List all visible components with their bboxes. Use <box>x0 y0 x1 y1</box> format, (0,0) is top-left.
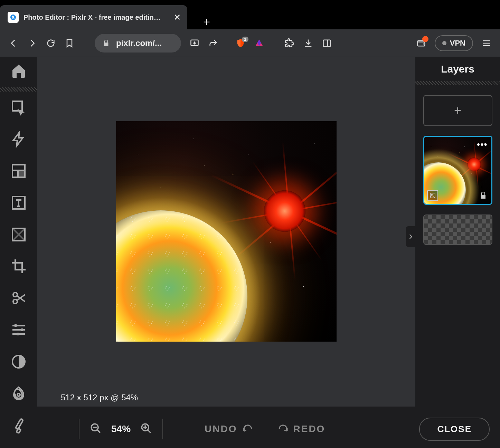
separator <box>227 37 227 49</box>
layer-lock-icon[interactable] <box>479 191 489 201</box>
nav-forward-button[interactable] <box>27 38 37 48</box>
redo-button[interactable]: REDO <box>271 423 332 435</box>
ai-tools-button[interactable] <box>8 128 30 150</box>
undo-label: UNDO <box>205 423 237 435</box>
canvas-area[interactable]: 512 x 512 px @ 54% <box>37 57 415 407</box>
svg-rect-4 <box>12 101 22 111</box>
toolbar-divider <box>0 87 37 92</box>
undo-button[interactable]: UNDO <box>198 423 260 435</box>
browser-tab-active[interactable]: X Photo Editor : Pixlr X - free image ed… <box>0 5 187 29</box>
add-layer-button[interactable]: + <box>423 95 492 126</box>
address-bar[interactable]: pixlr.com/... <box>95 34 181 53</box>
separator <box>79 419 79 439</box>
canvas-image[interactable] <box>116 121 337 342</box>
zoom-in-button[interactable] <box>140 422 152 436</box>
panel-collapse-button[interactable] <box>406 226 415 247</box>
canvas-info-text: 512 x 512 px @ 54% <box>61 393 138 402</box>
bookmark-icon[interactable] <box>64 38 75 48</box>
tab-close-icon[interactable]: ✕ <box>173 12 181 23</box>
browser-tab-strip: X Photo Editor : Pixlr X - free image ed… <box>0 0 500 29</box>
sidebar-icon[interactable] <box>322 38 332 48</box>
liquify-tool[interactable] <box>8 382 30 404</box>
right-panel: Layers + ••• <box>415 57 500 448</box>
new-tab-button[interactable]: ＋ <box>201 14 212 29</box>
left-toolbar <box>0 57 37 448</box>
crop-tool[interactable] <box>8 255 30 277</box>
cutout-tool[interactable] <box>8 287 30 309</box>
downloads-icon[interactable] <box>303 38 313 48</box>
nav-back-button[interactable] <box>8 38 19 48</box>
shield-count-badge: 1 <box>242 37 248 42</box>
install-app-icon[interactable] <box>189 38 200 48</box>
brave-rewards-icon[interactable] <box>254 38 264 48</box>
svg-rect-11 <box>15 324 17 327</box>
layout-tool[interactable] <box>8 160 30 182</box>
separator <box>162 419 163 439</box>
svg-rect-16 <box>15 419 23 430</box>
add-text-tool[interactable] <box>8 192 30 214</box>
layer-type-image-icon <box>427 190 438 201</box>
adjust-tool[interactable] <box>8 319 30 341</box>
browser-toolbar: pixlr.com/... 1 VPN <box>0 29 500 57</box>
brave-shield-icon[interactable]: 1 <box>235 38 246 48</box>
window-controls <box>425 10 500 19</box>
layers-panel-title: Layers <box>441 63 474 75</box>
nav-reload-button[interactable] <box>46 38 56 48</box>
zoom-value[interactable]: 54% <box>111 423 131 435</box>
home-button[interactable] <box>8 60 30 82</box>
retouch-tool[interactable] <box>8 414 30 436</box>
arrange-tool[interactable] <box>8 96 30 118</box>
filter-tool[interactable] <box>8 351 30 373</box>
svg-rect-13 <box>17 333 19 335</box>
svg-point-19 <box>431 194 432 195</box>
redo-label: REDO <box>293 423 326 435</box>
url-text: pixlr.com/... <box>116 38 162 48</box>
redo-icon <box>277 423 289 435</box>
close-button[interactable]: CLOSE <box>419 418 490 441</box>
undo-icon <box>242 423 253 435</box>
share-icon[interactable] <box>208 38 218 48</box>
svg-rect-6 <box>19 171 24 177</box>
tab-title: Photo Editor : Pixlr X - free image edit… <box>23 13 162 21</box>
svg-point-15 <box>17 393 20 396</box>
browser-menu-icon[interactable] <box>481 38 492 48</box>
extensions-icon[interactable] <box>284 38 295 48</box>
svg-rect-12 <box>21 328 23 331</box>
pixlr-app: 512 x 512 px @ 54% Layers + ••• <box>0 57 500 448</box>
layer-item-selected[interactable]: ••• <box>423 136 492 205</box>
tab-favicon: X <box>8 12 19 23</box>
svg-rect-2 <box>323 40 331 46</box>
bottom-bar: 54% UNDO REDO CLOSE <box>37 410 500 448</box>
zoom-controls: 54% <box>90 422 152 436</box>
layer-options-icon[interactable]: ••• <box>477 140 488 149</box>
add-element-tool[interactable] <box>8 223 30 246</box>
vpn-button[interactable]: VPN <box>435 35 473 51</box>
layer-item-empty[interactable] <box>423 215 492 245</box>
vpn-label: VPN <box>450 39 465 48</box>
panel-divider <box>415 81 500 85</box>
zoom-out-button[interactable] <box>90 422 102 436</box>
wallet-icon[interactable] <box>416 38 426 48</box>
lock-icon <box>102 39 110 47</box>
